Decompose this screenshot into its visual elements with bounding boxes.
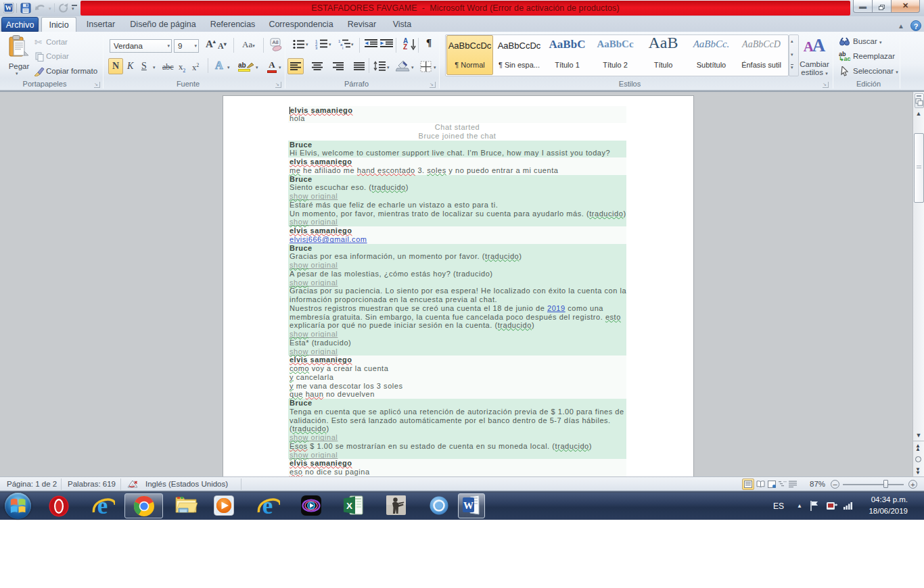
svg-text:W: W bbox=[5, 4, 12, 11]
svg-text:i: i bbox=[342, 46, 343, 50]
svg-text:A8: A8 bbox=[272, 39, 278, 45]
svg-text:X: X bbox=[346, 501, 352, 511]
svg-text:3: 3 bbox=[315, 46, 318, 50]
svg-text:e: e bbox=[97, 495, 108, 518]
svg-text:e: e bbox=[262, 495, 273, 518]
svg-text:W: W bbox=[463, 500, 473, 511]
